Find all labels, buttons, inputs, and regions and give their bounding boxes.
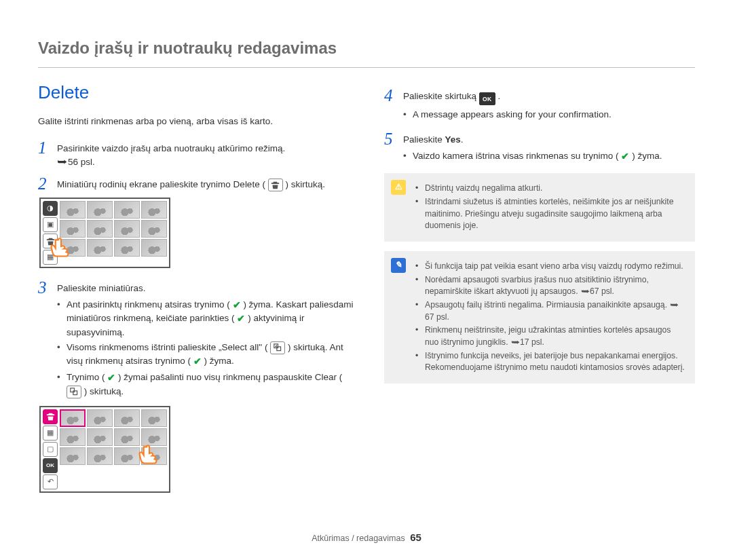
thumbnail-screenshot-2: ▦ ▢ OK ↶	[39, 406, 357, 493]
step-number: 2	[38, 175, 50, 192]
arrow-icon: ➥	[580, 286, 589, 298]
svg-rect-3	[73, 390, 77, 394]
side-select-all-icon: ▦	[43, 426, 58, 441]
check-icon: ✔	[621, 150, 629, 164]
step-body: Palieskite Yes. Vaizdo kamera ištrina vi…	[403, 130, 695, 165]
divider	[38, 67, 695, 68]
bullet-item: Ištrynimo funkcija neveiks, jei baterijo…	[415, 350, 685, 374]
info-icon: ✎	[391, 258, 406, 273]
step-number: 4	[384, 87, 396, 124]
step-number: 1	[38, 139, 50, 168]
trash-icon	[268, 179, 283, 191]
bullet-item: Rinkmenų neištrinsite, jeigu užrakintas …	[415, 324, 685, 348]
step-title: Palieskite miniatiūras.	[57, 283, 146, 293]
step-text: Pasirinkite vaizdo įrašų arba nuotraukų …	[57, 143, 285, 153]
step-text: Miniatiūrų rodinių ekrane palieskite try…	[57, 179, 265, 189]
bullet-item: Vaizdo kamera ištrina visas rinkmenas su…	[403, 149, 695, 164]
bullet-list: Ant pasirinktų rinkmenų atsiras trynimo …	[57, 298, 357, 398]
page-footer: Atkūrimas / redagavimas 65	[0, 530, 733, 545]
side-film-icon: ▣	[43, 217, 58, 232]
check-icon: ✔	[193, 355, 202, 369]
step-body: Palieskite miniatiūras. Ant pasirinktų r…	[57, 279, 357, 400]
arrow-icon: ➥	[57, 155, 68, 169]
step-body: Miniatiūrų rodinių ekrane palieskite try…	[57, 175, 357, 192]
two-column-layout: Delete Galite ištrinti rinkmenas arba po…	[38, 80, 695, 504]
side-grid-icon: ▦	[43, 250, 58, 265]
check-icon: ✔	[233, 299, 241, 312]
svg-rect-2	[70, 388, 74, 392]
side-ok-icon: OK	[43, 458, 58, 473]
thumbnail-grid	[60, 409, 167, 489]
step-4: 4 Palieskite skirtuką OK . A message app…	[384, 87, 695, 124]
footer-section: Atkūrimas / redagavimas	[312, 534, 405, 543]
warning-icon: ⚠	[391, 180, 406, 195]
step-title: Palieskite	[403, 134, 445, 145]
step-body: Palieskite skirtuką OK . A message appea…	[403, 87, 695, 124]
info-notice: ✎ Ši funkcija taip pat veikia esant vien…	[384, 251, 695, 384]
column-right: 4 Palieskite skirtuką OK . A message app…	[384, 80, 695, 504]
page-number: 65	[410, 531, 421, 543]
warning-notice: ⚠ Dštrintų vaizdų negalima atkurti. Ištr…	[384, 173, 695, 242]
column-left: Delete Galite ištrinti rinkmenas arba po…	[38, 80, 357, 504]
bullet-item: A message appears asking for your confir…	[403, 108, 695, 122]
thumbnail-grid	[60, 201, 167, 265]
arrow-icon: ➥	[511, 337, 520, 349]
side-trash-icon	[43, 409, 58, 424]
step-number: 5	[384, 130, 396, 165]
section-title: Delete	[38, 80, 357, 106]
side-toggle-icon: ◑	[43, 201, 58, 216]
side-trash-icon	[43, 234, 58, 248]
bullet-item: Norėdami apsaugoti svarbius įrašus nuo a…	[415, 274, 685, 298]
step-1: 1 Pasirinkite vaizdo įrašų arba nuotrauk…	[38, 139, 357, 168]
chapter-title: Vaizdo įrašų ir nuotraukų redagavimas	[38, 37, 695, 60]
page-ref: 56 psl.	[68, 157, 95, 167]
check-icon: ✔	[237, 312, 245, 326]
bullet-item: Ant pasirinktų rinkmenų atsiras trynimo …	[57, 298, 357, 339]
bullet-item: Ši funkcija taip pat veikia esant vieno …	[415, 261, 685, 273]
bullet-item: Ištrindami siužetus iš atminties kortelė…	[415, 196, 685, 232]
bullet-item: Apsaugotų failų ištrinti negalima. Pirmi…	[415, 299, 685, 323]
yes-label: Yes	[445, 134, 461, 145]
step-5: 5 Palieskite Yes. Vaizdo kamera ištrina …	[384, 130, 695, 165]
arrow-icon: ➥	[670, 299, 679, 312]
step-title: Palieskite skirtuką	[403, 91, 479, 101]
bullet-item: Visoms rinkmenoms ištrinti palieskite „S…	[57, 341, 357, 369]
bullet-list: Dštrintų vaizdų negalima atkurti. Ištrin…	[415, 183, 685, 232]
step-2: 2 Miniatiūrų rodinių ekrane palieskite t…	[38, 175, 357, 192]
step-number: 3	[38, 279, 50, 400]
step-text: ) skirtuką.	[285, 179, 325, 189]
step-3: 3 Palieskite miniatiūras. Ant pasirinktų…	[38, 279, 357, 400]
check-icon: ✔	[107, 371, 115, 385]
bullet-item: Dštrintų vaizdų negalima atkurti.	[415, 183, 685, 195]
side-clear-icon: ▢	[43, 442, 58, 457]
clear-icon	[67, 386, 81, 398]
bullet-list: Ši funkcija taip pat veikia esant vieno …	[415, 261, 685, 374]
thumbnail-screenshot-1: ◑ ▣ ▦	[39, 198, 357, 268]
manual-page: Vaizdo įrašų ir nuotraukų redagavimas De…	[0, 0, 733, 560]
select-all-icon	[270, 341, 285, 354]
bullet-list: A message appears asking for your confir…	[403, 108, 695, 122]
bullet-item: Trynimo ( ✔ ) žymai pašalinti nuo visų r…	[57, 371, 357, 398]
step-body: Pasirinkite vaizdo įrašų arba nuotraukų …	[57, 139, 357, 168]
intro-text: Galite ištrinti rinkmenas arba po vieną,…	[38, 115, 357, 128]
bullet-list: Vaizdo kamera ištrina visas rinkmenas su…	[403, 149, 695, 164]
svg-rect-1	[277, 347, 281, 351]
ok-button-icon: OK	[479, 92, 495, 105]
side-back-icon: ↶	[43, 474, 58, 489]
